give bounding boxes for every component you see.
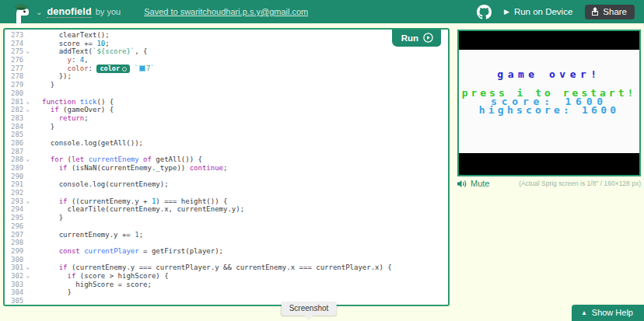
code-line[interactable]: 289 if (isNaN(currentEnemy._type)) conti…: [5, 164, 448, 173]
code-line[interactable]: 290: [5, 173, 448, 181]
code-line[interactable]: 279 }: [5, 81, 448, 89]
fold-chevron-icon[interactable]: ⌄: [26, 263, 30, 270]
fold-chevron-icon[interactable]: ⌄: [26, 272, 30, 279]
fold-chevron-icon[interactable]: ⌄: [26, 98, 30, 105]
code-line[interactable]: 303 highScore = score;: [5, 281, 448, 289]
code-token: (currentEnemy.y === currentPlayer.y && c…: [68, 263, 392, 271]
code-token: ,: [84, 56, 88, 64]
line-number: 305: [5, 297, 34, 305]
code-line[interactable]: 277 color: color `7`: [5, 65, 448, 73]
code-token: function: [42, 98, 75, 106]
code-line[interactable]: 275⌄ addText(`${score}`, {: [5, 47, 448, 56]
code-token: return: [59, 114, 85, 122]
sprig-editor-app: ⌄ denofield by you Saved to swaritchoudh…: [0, 0, 644, 321]
code-line[interactable]: 285: [5, 131, 448, 139]
code-text: [34, 256, 42, 264]
code-text: console.log(currentEnemy);: [34, 180, 169, 189]
code-token: highScore = score;: [42, 281, 152, 288]
code-token: ) === height()) {: [156, 197, 227, 205]
code-token: }: [42, 81, 54, 89]
share-button[interactable]: Share: [585, 5, 635, 19]
code-line[interactable]: 291 console.log(currentEnemy);: [5, 180, 448, 189]
code-token: [42, 247, 59, 255]
line-number: 289: [5, 164, 34, 173]
code-token: continue: [190, 164, 223, 172]
code-line[interactable]: 274 score += 10;: [5, 40, 448, 48]
code-token: ;: [139, 231, 143, 239]
code-line[interactable]: 276 y: 4,: [5, 56, 448, 65]
game-canvas[interactable]: game over!press i to restart!score: 1600…: [457, 30, 641, 176]
chevron-down-icon[interactable]: ⌄: [36, 8, 42, 16]
code-line[interactable]: 286 console.log(getAll());: [5, 139, 448, 148]
fold-chevron-icon[interactable]: ⌄: [26, 155, 30, 162]
code-line[interactable]: 302⌄ if (score > highScore) {: [5, 272, 448, 281]
code-line[interactable]: 304 }: [5, 288, 448, 297]
code-line[interactable]: 300: [5, 256, 448, 264]
code-token: for: [51, 155, 63, 163]
code-line[interactable]: 283 return;: [5, 114, 448, 123]
code-token: of: [143, 155, 152, 163]
code-token: });: [42, 72, 72, 80]
fold-chevron-icon[interactable]: ⌄: [26, 106, 30, 113]
sprig-dino-logo[interactable]: [9, 2, 33, 26]
code-text: }: [34, 123, 54, 131]
line-number: 291: [5, 180, 34, 189]
code-line[interactable]: 301⌄ if (currentEnemy.y === currentPlaye…: [5, 263, 448, 272]
code-text: console.log(getAll());: [34, 139, 143, 148]
code-token: [42, 106, 51, 113]
code-text: currentEnemy.y += 1;: [34, 231, 143, 239]
code-text: }: [34, 81, 54, 89]
code-line[interactable]: 282⌄ if (gameOver) {: [5, 106, 448, 114]
code-line[interactable]: 278 });: [5, 72, 448, 81]
code-line[interactable]: 297 currentEnemy.y += 1;: [5, 231, 448, 239]
run-on-device-button[interactable]: ▶ Run on Device: [504, 7, 572, 16]
speaker-icon: [457, 180, 467, 188]
run-button[interactable]: Run: [392, 30, 441, 47]
code-token: }: [42, 123, 54, 131]
code-line[interactable]: 280: [5, 89, 448, 98]
code-text: color: color `7`: [34, 65, 155, 73]
code-token: (score > highScore) {: [75, 272, 168, 280]
code-token: :: [72, 56, 80, 64]
code-token: [42, 56, 68, 64]
code-line[interactable]: 295 }: [5, 214, 448, 222]
code-line[interactable]: 287: [5, 148, 448, 156]
code-token: if: [68, 272, 76, 280]
code-line[interactable]: 284 }: [5, 123, 448, 131]
saved-to-link[interactable]: Saved to swaritchoudhari.p.s.y@gmail.com: [144, 7, 308, 16]
code-text: return;: [34, 114, 89, 123]
fold-chevron-icon[interactable]: ⌄: [26, 197, 30, 204]
code-text: });: [34, 72, 72, 81]
fold-chevron-icon[interactable]: ⌄: [26, 47, 30, 54]
code-token: ;: [84, 114, 88, 122]
color-picker-widget[interactable]: color: [96, 65, 130, 74]
code-line[interactable]: 281⌄function tick() {: [5, 98, 448, 106]
project-title[interactable]: denofield: [47, 6, 91, 18]
code-line[interactable]: 294 clearTile(currentEnemy.x, currentEne…: [5, 205, 448, 214]
code-token: () {: [96, 98, 114, 106]
code-line[interactable]: 296: [5, 222, 448, 231]
line-number: 276: [5, 56, 34, 65]
code-line[interactable]: 288⌄ for (let currentEnemy of getAll()) …: [5, 155, 448, 164]
code-line[interactable]: 305: [5, 297, 448, 305]
code-text: }: [34, 288, 72, 297]
show-help-button[interactable]: ▲ Show Help: [572, 305, 644, 321]
code-token: currentPlayer: [84, 247, 138, 255]
code-token: 7`: [146, 65, 155, 72]
github-icon[interactable]: [477, 5, 492, 19]
code-token: [42, 155, 51, 163]
code-line[interactable]: 293⌄ if ((currentEnemy.y + 1) === height…: [5, 197, 448, 206]
code-token: getAll()) {: [152, 155, 202, 163]
line-number: 304: [5, 288, 34, 297]
code-token: :: [89, 65, 97, 72]
mute-button[interactable]: Mute: [457, 179, 489, 188]
code-line[interactable]: 298: [5, 239, 448, 247]
code-line[interactable]: 273 clearText();: [5, 31, 448, 40]
line-number: 301⌄: [5, 263, 34, 272]
code-text: [34, 89, 42, 98]
game-screen-text: game over!press i to restart!score: 1600…: [459, 50, 639, 153]
code-token: }: [42, 214, 63, 222]
code-line[interactable]: 299 const currentPlayer = getFirst(playe…: [5, 247, 448, 256]
code-token: (isNaN(currentEnemy._type)): [68, 164, 190, 172]
code-line[interactable]: 292: [5, 189, 448, 197]
